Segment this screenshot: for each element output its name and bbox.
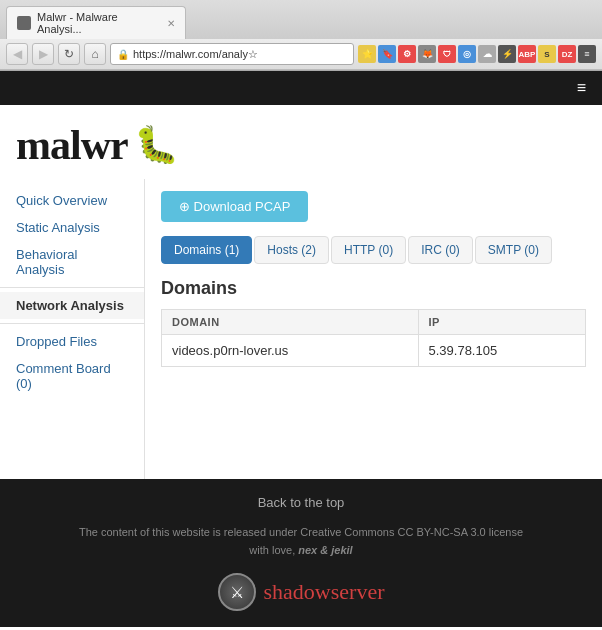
- logo-area: malwr 🐛: [0, 105, 602, 179]
- main-layout: Quick Overview Static Analysis Behaviora…: [0, 179, 602, 479]
- toolbar-icon-11[interactable]: DZ: [558, 45, 576, 63]
- domains-table: DOMAIN IP videos.p0rn-lover.us 5.39.78.1…: [161, 309, 586, 367]
- lock-icon: 🔒: [117, 49, 129, 60]
- sidebar: Quick Overview Static Analysis Behaviora…: [0, 179, 145, 479]
- section-title: Domains: [161, 278, 586, 299]
- tab-smtp[interactable]: SMTP (0): [475, 236, 552, 264]
- sidebar-item-comment-board[interactable]: Comment Board (0): [0, 355, 144, 397]
- tab-hosts[interactable]: Hosts (2): [254, 236, 329, 264]
- sidebar-divider-2: [0, 323, 144, 324]
- tab-close-button[interactable]: ✕: [167, 18, 175, 29]
- browser-tab[interactable]: Malwr - Malware Analysi... ✕: [6, 6, 186, 39]
- column-header-ip: IP: [418, 310, 586, 335]
- logo-text: malwr: [16, 121, 128, 169]
- toolbar-icon-6[interactable]: ◎: [458, 45, 476, 63]
- nav-bar: ◀ ▶ ↻ ⌂ 🔒 https://malwr.com/analy☆ ⭐ 🔖 ⚙…: [0, 39, 602, 70]
- toolbar-icon-4[interactable]: 🦊: [418, 45, 436, 63]
- download-pcap-button[interactable]: ⊕ Download PCAP: [161, 191, 308, 222]
- sidebar-divider: [0, 287, 144, 288]
- toolbar-icon-5[interactable]: 🛡: [438, 45, 456, 63]
- shadowserver-logo: ⚔ shadowserver: [16, 573, 586, 611]
- toolbar-icon-3[interactable]: ⚙: [398, 45, 416, 63]
- sidebar-item-static-analysis[interactable]: Static Analysis: [0, 214, 144, 241]
- refresh-button[interactable]: ↻: [58, 43, 80, 65]
- tab-favicon: [17, 16, 31, 30]
- shadowserver-shield-icon: ⚔: [218, 573, 256, 611]
- tab-domains[interactable]: Domains (1): [161, 236, 252, 264]
- ip-cell: 5.39.78.105: [418, 335, 586, 367]
- tab-navigation: Domains (1) Hosts (2) HTTP (0) IRC (0) S…: [161, 236, 586, 264]
- content-area: ⊕ Download PCAP Domains (1) Hosts (2) HT…: [145, 179, 602, 479]
- license-authors: nex & jekil: [298, 544, 352, 556]
- back-button[interactable]: ◀: [6, 43, 28, 65]
- back-to-top-link[interactable]: Back to the top: [16, 495, 586, 510]
- shadowserver-text: shadowserver: [264, 579, 385, 605]
- toolbar-icon-10[interactable]: S: [538, 45, 556, 63]
- toolbar-icon-9[interactable]: ABP: [518, 45, 536, 63]
- tab-title: Malwr - Malware Analysi...: [37, 11, 155, 35]
- menu-button[interactable]: ≡: [578, 45, 596, 63]
- sidebar-item-network-analysis[interactable]: Network Analysis: [0, 292, 144, 319]
- license-line1: The content of this website is released …: [79, 526, 523, 538]
- license-line2: with love,: [249, 544, 295, 556]
- forward-button[interactable]: ▶: [32, 43, 54, 65]
- sidebar-item-dropped-files[interactable]: Dropped Files: [0, 328, 144, 355]
- site-footer: Back to the top The content of this webs…: [0, 479, 602, 627]
- browser-chrome: Malwr - Malware Analysi... ✕ ◀ ▶ ↻ ⌂ 🔒 h…: [0, 0, 602, 71]
- tab-irc[interactable]: IRC (0): [408, 236, 473, 264]
- column-header-domain: DOMAIN: [162, 310, 419, 335]
- sidebar-item-behavioral-analysis[interactable]: Behavioral Analysis: [0, 241, 144, 283]
- home-button[interactable]: ⌂: [84, 43, 106, 65]
- toolbar-icon-1[interactable]: ⭐: [358, 45, 376, 63]
- site-menu-icon[interactable]: ≡: [577, 79, 586, 97]
- footer-license: The content of this website is released …: [16, 524, 586, 559]
- tab-bar: Malwr - Malware Analysi... ✕: [0, 0, 602, 39]
- tab-http[interactable]: HTTP (0): [331, 236, 406, 264]
- toolbar-icon-2[interactable]: 🔖: [378, 45, 396, 63]
- domain-cell: videos.p0rn-lover.us: [162, 335, 419, 367]
- site-header: ≡: [0, 71, 602, 105]
- sidebar-item-quick-overview[interactable]: Quick Overview: [0, 187, 144, 214]
- url-text: https://malwr.com/analy☆: [133, 48, 347, 61]
- logo-bug: 🐛: [134, 124, 179, 166]
- address-bar[interactable]: 🔒 https://malwr.com/analy☆: [110, 43, 354, 65]
- toolbar-icon-7[interactable]: ☁: [478, 45, 496, 63]
- toolbar-icons: ⭐ 🔖 ⚙ 🦊 🛡 ◎ ☁ ⚡ ABP S DZ ≡: [358, 45, 596, 63]
- table-row: videos.p0rn-lover.us 5.39.78.105: [162, 335, 586, 367]
- toolbar-icon-8[interactable]: ⚡: [498, 45, 516, 63]
- browser-body: ≡ malwr 🐛 Quick Overview Static Analysis…: [0, 71, 602, 627]
